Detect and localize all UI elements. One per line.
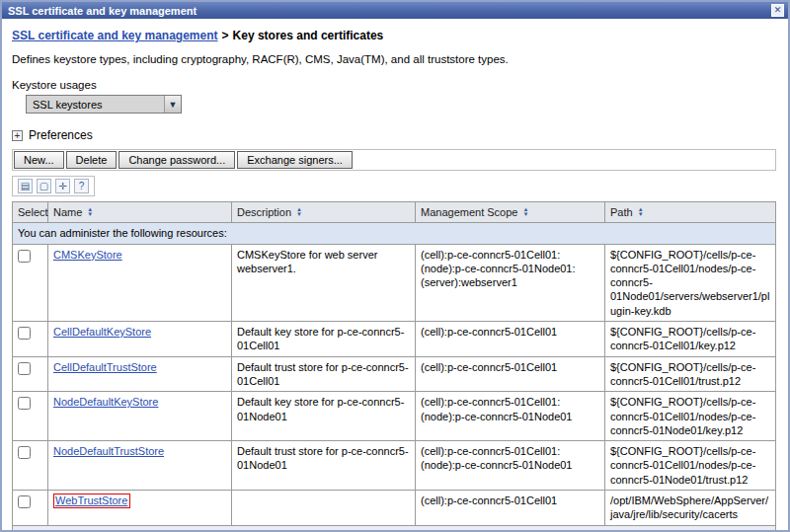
- window-title: SSL certificate and key management: [8, 5, 771, 17]
- expand-preferences-icon[interactable]: +: [12, 130, 23, 141]
- keystore-description: Default key store for p-ce-conncr5-01Cel…: [232, 322, 416, 357]
- select-all-icon[interactable]: ▤: [18, 179, 33, 193]
- table-row: WebTrustStore (cell):p-ce-conncr5-01Cell…: [13, 491, 776, 526]
- keystore-scope: (cell):p-ce-conncr5-01Cell01: [416, 491, 605, 526]
- row-checkbox[interactable]: [18, 327, 31, 340]
- table-footer-row: Total 6: [13, 525, 776, 532]
- row-select-cell: [13, 244, 48, 321]
- delete-button[interactable]: Delete: [66, 151, 118, 169]
- keystore-scope: (cell):p-ce-conncr5-01Cell01: [416, 356, 605, 392]
- total-count: Total 6: [13, 525, 776, 532]
- keystore-link[interactable]: CellDefaultKeyStore: [53, 326, 151, 338]
- table-icon-toolbar: ▤ ▢ ✛ ?: [12, 176, 95, 196]
- keystore-description: Default trust store for p-ce-conncr5-01C…: [232, 356, 416, 392]
- new-button[interactable]: New...: [14, 151, 64, 169]
- keystore-link-webtruststore-highlighted[interactable]: WebTrustStore: [53, 494, 130, 508]
- keystore-path: ${CONFIG_ROOT}/cells/p-ce-conncr5-01Cell…: [605, 392, 776, 441]
- breadcrumb-link-ssl-management[interactable]: SSL certificate and key management: [12, 29, 218, 42]
- help-icon[interactable]: ?: [74, 179, 89, 193]
- row-select-cell: [13, 356, 48, 392]
- keystore-scope: (cell):p-ce-conncr5-01Cell01:(node):p-ce…: [416, 441, 605, 491]
- keystore-usages-label: Keystore usages: [12, 79, 776, 91]
- keystore-link[interactable]: NodeDefaultTrustStore: [53, 445, 164, 457]
- keystore-link[interactable]: NodeDefaultKeyStore: [53, 396, 158, 408]
- row-select-cell: [13, 491, 48, 526]
- table-row: CMSKeyStore CMSKeyStore for web server w…: [13, 244, 776, 321]
- keystore-description: Default key store for p-ce-conncr5-01Nod…: [232, 392, 416, 441]
- table-row: NodeDefaultTrustStore Default trust stor…: [13, 441, 776, 491]
- action-button-bar: New... Delete Change password... Exchang…: [12, 149, 776, 171]
- column-header-description: Description▲▼: [232, 202, 416, 223]
- table-row: CellDefaultTrustStore Default trust stor…: [13, 356, 776, 392]
- row-checkbox[interactable]: [18, 446, 31, 459]
- page-content: SSL certificate and key management>Key s…: [2, 19, 788, 532]
- keystore-path: ${CONFIG_ROOT}/cells/p-ce-conncr5-01Cell…: [605, 356, 776, 392]
- table-header-row: Select Name▲▼ Description▲▼ Management S…: [13, 202, 776, 223]
- row-checkbox[interactable]: [18, 397, 31, 410]
- keystore-link[interactable]: CMSKeyStore: [53, 249, 122, 261]
- keystores-table: Select Name▲▼ Description▲▼ Management S…: [12, 201, 776, 532]
- row-select-cell: [13, 392, 48, 441]
- keystore-scope: (cell):p-ce-conncr5-01Cell01:(node):p-ce…: [416, 392, 605, 441]
- row-checkbox[interactable]: [18, 362, 31, 375]
- keystore-usages-select[interactable]: SSL keystores ▼: [26, 95, 182, 114]
- sort-icon[interactable]: ▲▼: [638, 207, 644, 217]
- expand-collapse-icon[interactable]: ✛: [55, 179, 70, 193]
- breadcrumb-separator: >: [222, 29, 229, 42]
- window-titlebar: SSL certificate and key management ✕: [2, 2, 788, 19]
- deselect-all-icon[interactable]: ▢: [37, 179, 51, 193]
- admin-note: You can administer the following resourc…: [13, 223, 776, 244]
- keystore-scope: (cell):p-ce-conncr5-01Cell01:(node):p-ce…: [416, 244, 605, 321]
- chevron-down-icon: ▼: [164, 96, 181, 113]
- column-header-name: Name▲▼: [48, 202, 232, 223]
- row-checkbox[interactable]: [18, 495, 31, 508]
- keystore-path: /opt/IBM/WebSphere/AppServer/java/jre/li…: [605, 491, 776, 526]
- keystore-usages-value: SSL keystores: [33, 99, 103, 111]
- breadcrumb-current: Key stores and certificates: [233, 29, 384, 42]
- ssl-management-window: SSL certificate and key management ✕ SSL…: [0, 0, 790, 532]
- keystore-path: ${CONFIG_ROOT}/cells/p-ce-conncr5-01Cell…: [605, 244, 776, 321]
- table-row: NodeDefaultKeyStore Default key store fo…: [13, 392, 776, 441]
- keystore-path: ${CONFIG_ROOT}/cells/p-ce-conncr5-01Cell…: [605, 322, 776, 357]
- admin-note-row: You can administer the following resourc…: [13, 223, 776, 244]
- sort-icon[interactable]: ▲▼: [296, 207, 302, 217]
- keystore-path: ${CONFIG_ROOT}/cells/p-ce-conncr5-01Cell…: [605, 441, 776, 491]
- keystore-description: [232, 491, 416, 526]
- close-icon[interactable]: ✕: [771, 4, 784, 17]
- keystore-scope: (cell):p-ce-conncr5-01Cell01: [416, 322, 605, 357]
- keystore-link[interactable]: CellDefaultTrustStore: [53, 361, 157, 373]
- preferences-section: + Preferences: [12, 128, 776, 142]
- keystore-description: Default trust store for p-ce-conncr5-01N…: [232, 441, 416, 491]
- row-checkbox[interactable]: [18, 250, 31, 263]
- row-select-cell: [13, 441, 48, 491]
- row-select-cell: [13, 322, 48, 357]
- keystore-description: CMSKeyStore for web server webserver1.: [232, 244, 416, 321]
- sort-icon[interactable]: ▲▼: [87, 207, 93, 217]
- preferences-label: Preferences: [29, 128, 93, 142]
- breadcrumb: SSL certificate and key management>Key s…: [12, 29, 776, 42]
- column-header-path: Path▲▼: [605, 202, 776, 223]
- exchange-signers-button[interactable]: Exchange signers...: [237, 151, 353, 169]
- column-header-select: Select: [13, 202, 48, 223]
- page-description: Defines keystore types, including crypto…: [12, 53, 776, 65]
- change-password-button[interactable]: Change password...: [118, 151, 235, 169]
- table-row: CellDefaultKeyStore Default key store fo…: [13, 322, 776, 357]
- column-header-management-scope: Management Scope▲▼: [416, 202, 605, 223]
- sort-icon[interactable]: ▲▼: [522, 207, 528, 217]
